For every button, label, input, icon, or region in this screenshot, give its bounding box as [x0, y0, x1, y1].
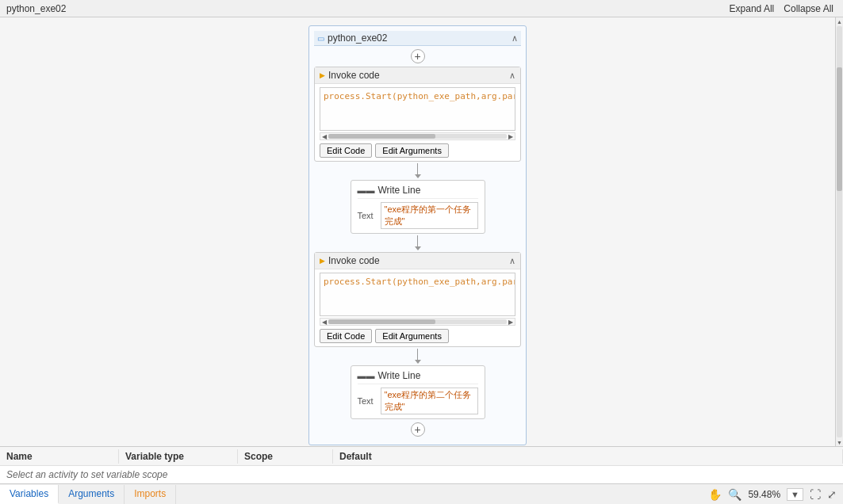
invoke-code-2-title: Invoke code [328, 255, 380, 266]
variables-header: Name Variable type Scope Default [0, 447, 843, 466]
v-scroll-track[interactable] [837, 26, 842, 437]
scroll-left-arrow[interactable]: ◀ [322, 133, 327, 140]
col-default: Default [333, 449, 843, 464]
bottom-panel: Name Variable type Scope Default Select … [0, 446, 843, 504]
sequence-collapse-icon[interactable]: ∧ [512, 33, 518, 44]
sequence-icon: ▭ [317, 34, 324, 43]
sequence-title: python_exe02 [328, 32, 387, 44]
invoke-code-2-btn-row: Edit Code Edit Arguments [320, 329, 515, 343]
v-scroll-thumb [837, 67, 842, 191]
search-icon[interactable]: 🔍 [728, 488, 741, 501]
invoke-code-2-play-icon: ▶ [320, 257, 325, 265]
connector-3 [314, 349, 521, 364]
expand-all-button[interactable]: Expand All [726, 3, 778, 14]
invoke-code-1-block: ▶ Invoke code ∧ process.Start(python_exe… [314, 67, 521, 162]
canvas[interactable]: ▭ python_exe02 ∧ + ▶ [0, 17, 835, 446]
scroll-up-btn[interactable]: ▲ [836, 17, 843, 25]
right-scrollbar[interactable]: ▲ ▼ [835, 17, 843, 446]
invoke-code-1-body: process.Start(python_exe_path,arg.parms_… [315, 84, 520, 161]
write-line-1-label: Text [358, 211, 377, 220]
write-line-2-block: ▬▬ Write Line Text "exe程序的第二个任务完成" [351, 365, 485, 419]
sequence-box: ▭ python_exe02 ∧ + ▶ [308, 25, 527, 445]
bottom-tabs: Variables Arguments Imports [0, 485, 176, 504]
add-btn-row-bottom: + [314, 422, 521, 437]
top-bar-actions: Expand All Collapse All [726, 3, 837, 14]
expand-icon[interactable]: ⤢ [827, 488, 837, 501]
scroll-right-arrow-2[interactable]: ▶ [508, 319, 513, 326]
scroll-right-arrow[interactable]: ▶ [508, 133, 513, 140]
write-line-1-block: ▬▬ Write Line Text "exe程序的第一个任务完成" [351, 180, 485, 234]
tab-imports[interactable]: Imports [125, 485, 176, 504]
add-activity-button-top[interactable]: + [411, 49, 425, 63]
page-title: python_exe02 [6, 3, 66, 14]
invoke-code-2-code[interactable]: process.Start(python_exe_path,arg.parms_… [320, 273, 515, 316]
add-activity-button-bottom[interactable]: + [411, 422, 425, 437]
variables-body: Select an activity to set variable scope [0, 466, 843, 483]
scroll-down-btn[interactable]: ▼ [836, 438, 843, 446]
write-line-1-value[interactable]: "exe程序的第一个任务完成" [381, 202, 478, 229]
write-line-2-label: Text [358, 396, 377, 406]
invoke-code-1-header: ▶ Invoke code ∧ [315, 67, 520, 84]
write-line-1-header: ▬▬ Write Line [358, 185, 478, 199]
invoke-code-1-edit-args-btn[interactable]: Edit Arguments [375, 143, 449, 158]
invoke-code-2-edit-code-btn[interactable]: Edit Code [320, 329, 372, 343]
write-line-2-value[interactable]: "exe程序的第二个任务完成" [381, 388, 478, 414]
sequence-header: ▭ python_exe02 ∧ [314, 31, 521, 46]
scrollbar-track[interactable] [328, 134, 507, 139]
invoke-code-2-block: ▶ Invoke code ∧ process.Start(python_exe… [314, 252, 521, 347]
invoke-code-2-body: process.Start(python_exe_path,arg.parms_… [315, 269, 520, 346]
write-line-1-title: Write Line [378, 185, 421, 196]
write-line-2-header: ▬▬ Write Line [358, 370, 478, 384]
tab-variables[interactable]: Variables [0, 485, 59, 504]
invoke-code-2-collapse-icon[interactable]: ∧ [509, 256, 515, 266]
col-type: Variable type [119, 449, 238, 464]
scroll-left-arrow-2[interactable]: ◀ [322, 319, 327, 326]
top-bar: python_exe02 Expand All Collapse All [0, 0, 843, 17]
zoom-level: 59.48% [748, 489, 780, 500]
col-name: Name [0, 449, 119, 464]
zoom-dropdown-btn[interactable]: ▼ [787, 488, 803, 501]
invoke-code-1-play-icon: ▶ [320, 71, 325, 79]
write-line-1-row: Text "exe程序的第一个任务完成" [358, 202, 478, 229]
invoke-code-1-edit-code-btn[interactable]: Edit Code [320, 143, 372, 158]
write-line-1-icon: ▬▬ [358, 185, 375, 195]
invoke-code-1-code[interactable]: process.Start(python_exe_path,arg.parms_… [320, 87, 515, 131]
invoke-code-1-btn-row: Edit Code Edit Arguments [320, 143, 515, 158]
bottom-tabs-row: Variables Arguments Imports ✋ 🔍 59.48% ▼… [0, 483, 843, 504]
scrollbar-thumb [328, 134, 435, 139]
connector-1 [314, 163, 521, 178]
col-scope: Scope [238, 449, 333, 464]
hand-icon[interactable]: ✋ [708, 488, 722, 501]
invoke-code-2-scrollbar[interactable]: ◀ ▶ [320, 318, 515, 326]
invoke-code-1-collapse-icon[interactable]: ∧ [509, 71, 515, 81]
empty-message: Select an activity to set variable scope [6, 469, 167, 480]
invoke-code-1-scrollbar[interactable]: ◀ ▶ [320, 132, 515, 140]
write-line-1-wrapper: ▬▬ Write Line Text "exe程序的第一个任务完成" [314, 180, 521, 234]
collapse-all-button[interactable]: Collapse All [780, 3, 837, 14]
invoke-code-1-title: Invoke code [328, 70, 380, 81]
write-line-2-wrapper: ▬▬ Write Line Text "exe程序的第二个任务完成" [314, 365, 521, 419]
main-area: ▭ python_exe02 ∧ + ▶ [0, 17, 843, 446]
invoke-code-2-edit-args-btn[interactable]: Edit Arguments [375, 329, 449, 343]
write-line-2-title: Write Line [378, 370, 421, 381]
connector-2 [314, 235, 521, 250]
scrollbar-thumb-2 [328, 319, 435, 324]
scrollbar-track-2[interactable] [328, 319, 507, 324]
workflow-outer: ▭ python_exe02 ∧ + ▶ [0, 25, 835, 446]
invoke-code-2-header: ▶ Invoke code ∧ [315, 253, 520, 269]
add-btn-row-top: + [314, 49, 521, 63]
status-bar: ✋ 🔍 59.48% ▼ ⛶ ⤢ [708, 488, 843, 501]
write-line-2-icon: ▬▬ [358, 371, 375, 380]
write-line-2-row: Text "exe程序的第二个任务完成" [358, 388, 478, 414]
tab-arguments[interactable]: Arguments [59, 485, 125, 504]
fit-icon[interactable]: ⛶ [810, 488, 821, 501]
canvas-inner: ▭ python_exe02 ∧ + ▶ [0, 17, 835, 446]
